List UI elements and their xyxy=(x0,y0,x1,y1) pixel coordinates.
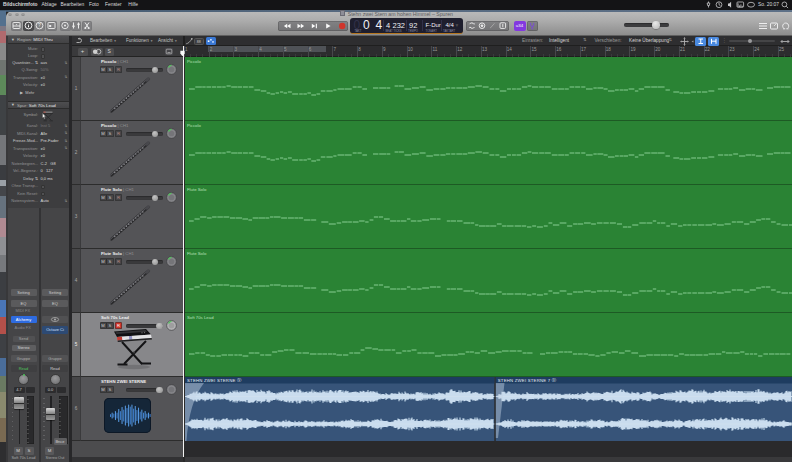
svg-text:Soft 70s Lead: Soft 70s Lead xyxy=(187,315,214,320)
svg-text:Piccolo: Piccolo xyxy=(187,59,201,64)
svg-text:Flute Solo: Flute Solo xyxy=(187,187,207,192)
svg-text:STEHN ZWEI STERNE Ⓥ: STEHN ZWEI STERNE Ⓥ xyxy=(187,378,242,383)
svg-text:Piccolo: Piccolo xyxy=(187,123,201,128)
svg-text:Flute Solo: Flute Solo xyxy=(187,251,207,256)
svg-text:STEHN ZWEI STERNE 7 Ⓥ: STEHN ZWEI STERNE 7 Ⓥ xyxy=(498,378,557,383)
